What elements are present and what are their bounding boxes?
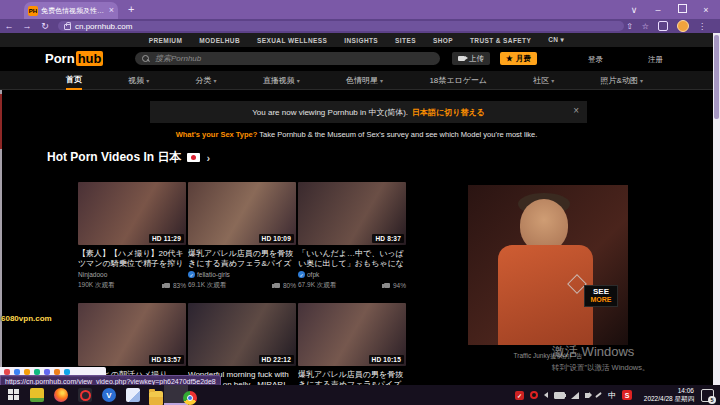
hidden-icons-arrow[interactable] — [544, 392, 548, 398]
video-card[interactable]: HD 22:12 Wonderful morning fuck with cum… — [188, 303, 296, 385]
upload-button[interactable]: 上传 — [452, 52, 490, 65]
browser-tab[interactable]: PH 免费色情视频及性爱影片 - AH… × — [24, 2, 118, 19]
battery-icon[interactable] — [554, 392, 565, 399]
premium-button[interactable]: ★ 月费 — [500, 52, 537, 65]
share-icon[interactable]: ⇧ — [626, 22, 633, 31]
see-more-button[interactable]: SEE MORE — [584, 285, 618, 307]
thumbs-up-icon — [164, 283, 170, 288]
duration-badge: HD 8:37 — [372, 234, 404, 243]
tool-tray-icon[interactable] — [595, 392, 602, 398]
section-title: Hot Porn Videos In 日本 — [47, 149, 181, 166]
search-input[interactable] — [153, 53, 433, 64]
video-title[interactable]: 爆乳アパレル店員の男を骨抜きにする責めフェラ&パイズリ③。Big tits — [188, 249, 296, 269]
nav-language[interactable]: CN ▾ — [548, 36, 564, 44]
nav-videos[interactable]: 视频▾ — [128, 71, 149, 90]
window-controls: ∨ – × — [622, 0, 718, 19]
video-uploader[interactable]: ✓ofpk — [298, 271, 406, 278]
nav-trust-safety[interactable]: TRUST & SAFETY — [470, 37, 531, 44]
video-card[interactable]: HD 10:15 爆乳アパレル店員の男を骨抜きにする責めフェラ&パイズリ①。Bi… — [298, 303, 406, 385]
video-thumbnail[interactable]: HD 11:29 — [78, 182, 186, 245]
sogou-input-icon[interactable]: S — [622, 390, 632, 400]
browser-menu-icon[interactable]: ⋮ — [698, 22, 706, 31]
register-link[interactable]: 注册 — [648, 55, 663, 65]
duration-badge: HD 10:15 — [369, 355, 404, 364]
video-uploader[interactable]: ✓fellatio-girls — [188, 271, 296, 278]
login-link[interactable]: 登录 — [588, 55, 603, 65]
nav-games[interactable]: 18禁エロゲーム — [429, 71, 487, 90]
minimize-button[interactable]: – — [646, 5, 670, 15]
notes-app-icon[interactable] — [126, 388, 140, 402]
video-card[interactable]: HD 8:37 「いいんだよ…中で、いっぱい奥に出して」おもちゃになった彼女に騎… — [298, 182, 406, 290]
chrome-icon[interactable] — [183, 391, 197, 405]
taskbar: V ✓ 中 S 14:06 2022/4/28 星期四 5 — [0, 385, 720, 405]
file-explorer-icon[interactable] — [149, 391, 163, 405]
address-bar[interactable]: cn.pornhub.com — [58, 21, 624, 31]
tab-search-chevron-icon[interactable]: ∨ — [622, 5, 646, 15]
nav-photos-gifs[interactable]: 照片&动图▾ — [601, 71, 643, 90]
tab-close-icon[interactable]: × — [109, 6, 114, 15]
taskbar-clock[interactable]: 14:06 2022/4/28 星期四 — [644, 387, 694, 403]
v-app-icon[interactable]: V — [102, 388, 116, 402]
url-text[interactable]: cn.pornhub.com — [75, 22, 132, 31]
firefox-icon[interactable] — [54, 388, 68, 402]
network-icon[interactable] — [571, 392, 579, 399]
recording-tray-icon[interactable] — [530, 391, 538, 399]
ime-indicator[interactable]: 中 — [608, 390, 616, 401]
nav-sexual-wellness[interactable]: SEXUAL WELLNESS — [257, 37, 327, 44]
promo-text: Take Pornhub & the Museum of Sex's surve… — [257, 130, 537, 139]
video-card[interactable]: HD 10:09 爆乳アパレル店員の男を骨抜きにする責めフェラ&パイズリ③。Bi… — [188, 182, 296, 290]
video-title[interactable]: 「いいんだよ…中で、いっぱい奥に出して」おもちゃになった彼女に騎乗位 — [298, 249, 406, 269]
vpn-app-icon[interactable] — [30, 388, 44, 402]
video-title[interactable]: 爆乳アパレル店員の男を骨抜きにする責めフェラ&パイズリ①。Big tits — [298, 370, 406, 385]
forward-button[interactable]: → — [18, 21, 36, 31]
video-uploader[interactable]: Ninjadooo — [78, 271, 186, 278]
ad-figure — [520, 199, 568, 251]
banner-close-icon[interactable]: × — [573, 105, 579, 116]
nav-insights[interactable]: INSIGHTS — [344, 37, 378, 44]
screen-recorder-icon[interactable] — [78, 388, 92, 402]
nav-home[interactable]: 首页 — [66, 71, 82, 90]
scrollbar-thumb[interactable] — [714, 35, 719, 119]
video-title[interactable]: 【素人】【ハメ撮り】20代キツマンの騎乗位で精子を搾り取る変態ギ — [78, 249, 186, 269]
promo-highlight[interactable]: What's your Sex Type? — [176, 130, 258, 139]
nav-modelhub[interactable]: MODELHUB — [199, 37, 240, 44]
nav-sites[interactable]: SITES — [395, 37, 416, 44]
reload-button[interactable]: ↻ — [36, 21, 54, 31]
search-box[interactable] — [135, 52, 440, 65]
page-scrollbar[interactable] — [713, 33, 720, 385]
close-window-button[interactable]: × — [694, 5, 718, 15]
nav-premium[interactable]: PREMIUM — [149, 37, 183, 44]
language-banner-text: You are now viewing Pornhub in 中文(简体). — [252, 107, 408, 118]
notification-center-icon[interactable]: 5 — [701, 389, 714, 402]
profile-avatar[interactable] — [677, 20, 689, 32]
start-button[interactable] — [8, 389, 20, 401]
new-tab-button[interactable]: + — [128, 3, 134, 16]
nav-community[interactable]: 社区▾ — [533, 71, 554, 90]
video-thumbnail[interactable]: HD 8:37 — [298, 182, 406, 245]
video-stats: 67.9K 次观看 94% — [298, 281, 406, 290]
antivirus-tray-icon[interactable]: ✓ — [515, 391, 524, 400]
video-card[interactable]: HD 11:29 【素人】【ハメ撮り】20代キツマンの騎乗位で精子を搾り取る変態… — [78, 182, 186, 290]
chevron-right-icon[interactable]: › — [206, 152, 210, 164]
sidebar-ad[interactable]: SEE MORE — [468, 185, 628, 345]
maximize-button[interactable] — [670, 4, 694, 15]
video-thumbnail[interactable]: HD 10:15 — [298, 303, 406, 366]
nav-categories[interactable]: 分类▾ — [196, 71, 217, 90]
duration-badge: HD 11:29 — [149, 234, 184, 243]
back-button[interactable]: ← — [0, 21, 18, 31]
pornhub-logo[interactable]: Porn hub — [45, 51, 103, 66]
nav-pornstars[interactable]: 色情明星▾ — [346, 71, 383, 90]
nav-shop[interactable]: SHOP — [433, 37, 453, 44]
switch-to-japanese-link[interactable]: 日本語に切り替える — [412, 107, 485, 118]
video-thumbnail[interactable]: HD 10:09 — [188, 182, 296, 245]
thumbs-up-icon — [384, 283, 390, 288]
nav-live[interactable]: 直播视频▾ — [263, 71, 300, 90]
volume-icon[interactable] — [585, 393, 589, 398]
bookmark-star-icon[interactable]: ☆ — [642, 22, 649, 31]
video-thumbnail[interactable]: HD 13:57 — [78, 303, 186, 366]
notification-badge: 5 — [708, 396, 716, 404]
sex-type-promo[interactable]: What's your Sex Type? Take Pornhub & the… — [0, 130, 713, 139]
extension-icon[interactable] — [658, 21, 668, 31]
video-thumbnail[interactable]: HD 22:12 — [188, 303, 296, 366]
rating-percent: 94% — [393, 282, 406, 289]
